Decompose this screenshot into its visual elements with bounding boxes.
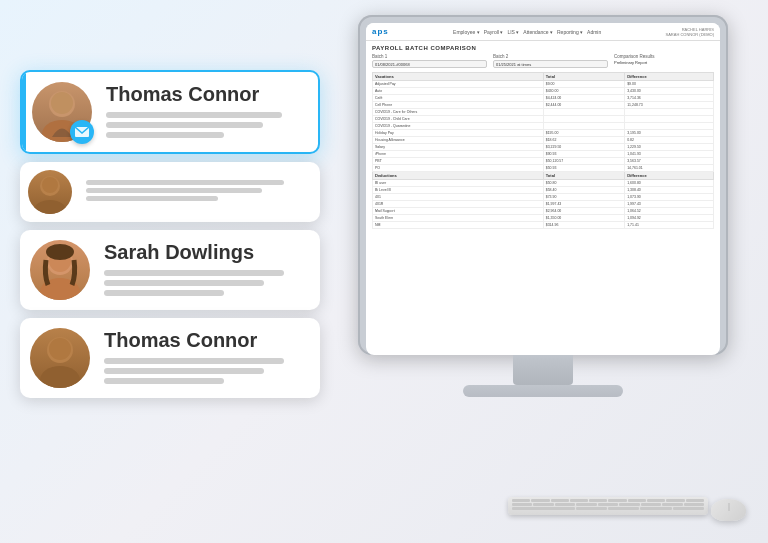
- row-label: BI user: [373, 180, 544, 187]
- row-diff: 1,229.50: [625, 144, 714, 151]
- email-badge[interactable]: [70, 120, 94, 144]
- table-row: Mail Support $2,964.00 1,064.52: [373, 208, 714, 215]
- key-row-3: [512, 507, 704, 510]
- table-row: PO $50.93 14,761.01: [373, 165, 714, 172]
- card-info-2: [86, 180, 306, 204]
- row-total: $1,350.00: [543, 215, 624, 222]
- profile-card-3[interactable]: Sarah Dowlings: [20, 230, 320, 310]
- card-line-4c: [104, 378, 224, 384]
- batch1-label: Batch 1: [372, 54, 487, 59]
- key: [608, 507, 639, 510]
- avatar-wrapper-2: [28, 170, 72, 214]
- key: [598, 503, 618, 506]
- key: [619, 503, 639, 506]
- row-total: $4,424.00: [543, 95, 624, 102]
- card-line-4a: [104, 358, 284, 364]
- table-row: Auto $430.00 3,430.00: [373, 88, 714, 95]
- col-total-d: Total: [543, 172, 624, 180]
- table-row: Bi Level B $58.40 1,308.40: [373, 187, 714, 194]
- card-line-2b: [86, 188, 262, 193]
- key: [647, 499, 665, 502]
- key: [512, 499, 530, 502]
- comparison-section: Comparison Results Preliminary Report: [614, 54, 714, 68]
- key: [662, 503, 682, 506]
- row-diff: 1,064.52: [625, 208, 714, 215]
- stand-base: [463, 385, 623, 397]
- profile-card-1[interactable]: Thomas Connor: [20, 70, 320, 154]
- key: [551, 499, 569, 502]
- avatar-wrapper-3: [30, 240, 90, 300]
- row-diff: [625, 109, 714, 116]
- avatar-3: [30, 240, 90, 300]
- keyboard-keys: [508, 497, 708, 512]
- row-label: iPhone: [373, 151, 544, 158]
- row-total: $58.40: [543, 187, 624, 194]
- row-diff: 1,308.40: [625, 187, 714, 194]
- nav-lis[interactable]: LIS ▾: [507, 29, 519, 35]
- row-label: NM: [373, 222, 544, 229]
- row-label: Salary: [373, 144, 544, 151]
- app-nav: Employee ▾ Payroll ▾ LIS ▾ Attendance ▾ …: [453, 29, 601, 35]
- key: [570, 499, 588, 502]
- key: [576, 503, 596, 506]
- row-diff: [625, 116, 714, 123]
- app-user-info: RACHEL HARRISSARAH CONNOR (DEMO): [666, 27, 714, 37]
- key-spacebar: [512, 507, 575, 510]
- profile-card-4[interactable]: Thomas Connor: [20, 318, 320, 398]
- card-line-3a: [104, 270, 284, 276]
- nav-reporting[interactable]: Reporting ▾: [557, 29, 583, 35]
- key-row-1: [512, 499, 704, 502]
- row-total: [543, 116, 624, 123]
- row-diff: 3,563.57: [625, 158, 714, 165]
- key: [533, 503, 553, 506]
- col-difference-d: Difference: [625, 172, 714, 180]
- batch-row: Batch 1 01/08/2021-#00068 Batch 2 01/25/…: [372, 54, 714, 68]
- svg-point-12: [40, 366, 80, 388]
- avatar-2: [28, 170, 72, 214]
- table-row: Housing Allowance $18.62 0.82: [373, 137, 714, 144]
- row-total: $18.62: [543, 137, 624, 144]
- key: [684, 503, 704, 506]
- profile-card-2[interactable]: [20, 162, 320, 222]
- svg-point-10: [46, 244, 74, 260]
- row-total: $430.00: [543, 88, 624, 95]
- row-label: Holiday Pay: [373, 130, 544, 137]
- row-label: COVID19 - Quarantine: [373, 123, 544, 130]
- key: [608, 499, 626, 502]
- batch1-section: Batch 1 01/08/2021-#00068: [372, 54, 487, 68]
- batch1-input[interactable]: 01/08/2021-#00068: [372, 60, 487, 68]
- batch2-input[interactable]: 01/25/2021 at times: [493, 60, 608, 68]
- table-row: Holiday Pay $195.00 3,195.00: [373, 130, 714, 137]
- row-total: $90.93: [543, 151, 624, 158]
- nav-admin[interactable]: Admin: [587, 29, 601, 35]
- col-deductions: Deductions: [373, 172, 544, 180]
- card-line-3b: [104, 280, 264, 286]
- table-row: NM $314.96 1,71.41: [373, 222, 714, 229]
- row-label: 401R: [373, 201, 544, 208]
- key: [555, 503, 575, 506]
- app-logo: aps: [372, 27, 389, 36]
- card-name-4: Thomas Connor: [104, 329, 304, 352]
- cards-container: Thomas Connor: [20, 70, 320, 398]
- data-table: Vacations Total Difference Adjusted Pay …: [372, 72, 714, 229]
- table-row: Adjusted Pay $9.00 $9.00: [373, 81, 714, 88]
- nav-employee[interactable]: Employee ▾: [453, 29, 480, 35]
- key: [531, 499, 549, 502]
- card-line-3c: [104, 290, 224, 296]
- row-label: Housing Allowance: [373, 137, 544, 144]
- card-name-1: Thomas Connor: [106, 83, 302, 106]
- nav-payroll[interactable]: Payroll ▾: [484, 29, 504, 35]
- nav-attendance[interactable]: Attendance ▾: [523, 29, 553, 35]
- monitor: aps Employee ▾ Payroll ▾ LIS ▾ Attendanc…: [358, 15, 738, 445]
- row-label: Cell Phone: [373, 102, 544, 109]
- row-diff: 11,248.73: [625, 102, 714, 109]
- row-total: $9.00: [543, 81, 624, 88]
- row-label: Auto: [373, 88, 544, 95]
- card-line-4b: [104, 368, 264, 374]
- app-header: aps Employee ▾ Payroll ▾ LIS ▾ Attendanc…: [366, 23, 720, 41]
- batch2-label: Batch 2: [493, 54, 608, 59]
- key: [576, 507, 607, 510]
- row-diff: 14,761.01: [625, 165, 714, 172]
- row-diff: 3,195.00: [625, 130, 714, 137]
- svg-point-2: [51, 92, 73, 114]
